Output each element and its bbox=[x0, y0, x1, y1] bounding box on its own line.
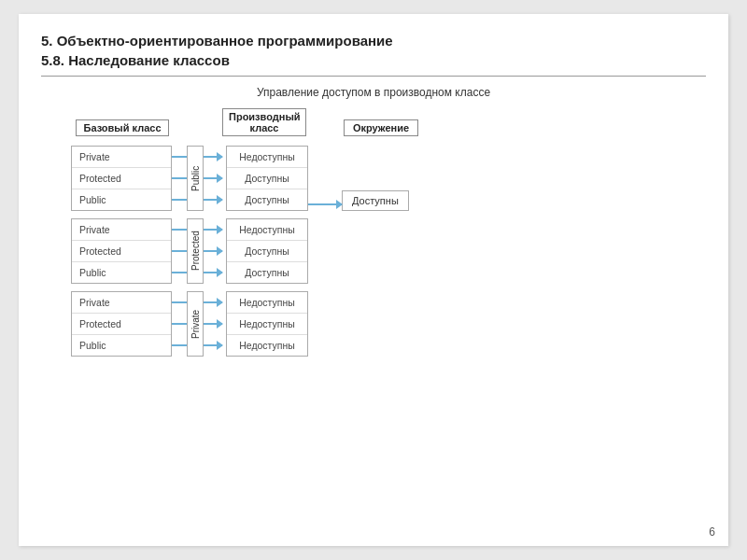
arrow-1-1 bbox=[204, 177, 222, 179]
base-private-group: Private Protected Public bbox=[71, 291, 172, 357]
base-private-2: Private bbox=[72, 292, 171, 314]
base-public-2: Public bbox=[72, 335, 171, 356]
title-line2: 5.8. Наследование классов bbox=[41, 52, 230, 68]
arrow-5-2 bbox=[204, 344, 222, 346]
slide-title: 5. Объектно-ориентированное программиров… bbox=[41, 31, 706, 77]
group-public: Private Protected Public Public bbox=[71, 146, 706, 211]
arrow-3-0 bbox=[204, 229, 222, 231]
derived-result-2-1: Недоступны bbox=[227, 314, 307, 335]
arrow-5-0 bbox=[204, 301, 222, 303]
env-header: Окружение bbox=[344, 119, 418, 136]
inherit-label-public: Public bbox=[187, 146, 204, 211]
group-private: Private Protected Public Private bbox=[71, 291, 706, 357]
arrow-0-1 bbox=[172, 177, 187, 179]
arrow-2-2 bbox=[172, 272, 187, 273]
arrow-4-1 bbox=[172, 323, 187, 325]
derived-result-1-2: Доступны bbox=[227, 262, 307, 283]
base-public-1: Public bbox=[72, 262, 171, 283]
derived-protected: Недоступны Доступны Доступны bbox=[226, 218, 308, 284]
env-result-public: Доступны bbox=[342, 190, 409, 211]
page-number: 6 bbox=[709, 525, 715, 539]
arrow-4-2 bbox=[172, 344, 187, 346]
arrow-5-1 bbox=[204, 323, 222, 325]
derived-result-2-0: Недоступны bbox=[227, 292, 307, 314]
group-protected: Private Protected Public Protected bbox=[71, 218, 706, 284]
base-public-0: Public bbox=[72, 189, 171, 210]
arrow-0-2 bbox=[172, 199, 187, 201]
derived-result-1-1: Доступны bbox=[227, 241, 307, 262]
slide: 5. Объектно-ориентированное программиров… bbox=[19, 14, 728, 546]
derived-public: Недоступны Доступны Доступны bbox=[226, 146, 308, 211]
derived-result-0-1: Доступны bbox=[227, 168, 307, 189]
inherit-label-protected: Protected bbox=[187, 218, 204, 284]
arrow-3-2 bbox=[204, 272, 222, 273]
title-line1: 5. Объектно-ориентированное программиров… bbox=[41, 33, 393, 49]
arrow-3-1 bbox=[204, 250, 222, 252]
env-arrow-public bbox=[308, 203, 342, 205]
arrow-4-0 bbox=[172, 301, 187, 303]
derived-result-2-2: Недоступны bbox=[227, 335, 307, 356]
derived-class-header: Производный класс bbox=[222, 108, 306, 136]
derived-result-0-2: Доступны bbox=[227, 189, 307, 210]
base-protected-1: Protected bbox=[72, 241, 171, 262]
base-private-1: Private bbox=[72, 219, 171, 241]
base-class-header: Базовый класс bbox=[76, 119, 169, 136]
diagram-title: Управление доступом в производном классе bbox=[41, 86, 706, 99]
inherit-label-private: Private bbox=[187, 291, 204, 357]
base-protected-0: Protected bbox=[72, 168, 171, 189]
base-private-0: Private bbox=[72, 147, 171, 168]
base-public: Private Protected Public bbox=[71, 146, 172, 211]
derived-result-1-0: Недоступны bbox=[227, 219, 307, 241]
arrow-1-2 bbox=[204, 199, 222, 201]
derived-result-0-0: Недоступны bbox=[227, 147, 307, 168]
derived-private: Недоступны Недоступны Недоступны bbox=[226, 291, 308, 357]
base-protected-2: Protected bbox=[72, 314, 171, 335]
arrow-1-0 bbox=[204, 156, 222, 158]
arrow-2-0 bbox=[172, 229, 187, 231]
arrow-2-1 bbox=[172, 250, 187, 252]
arrow-0-0 bbox=[172, 156, 187, 158]
base-protected-group: Private Protected Public bbox=[71, 218, 172, 284]
